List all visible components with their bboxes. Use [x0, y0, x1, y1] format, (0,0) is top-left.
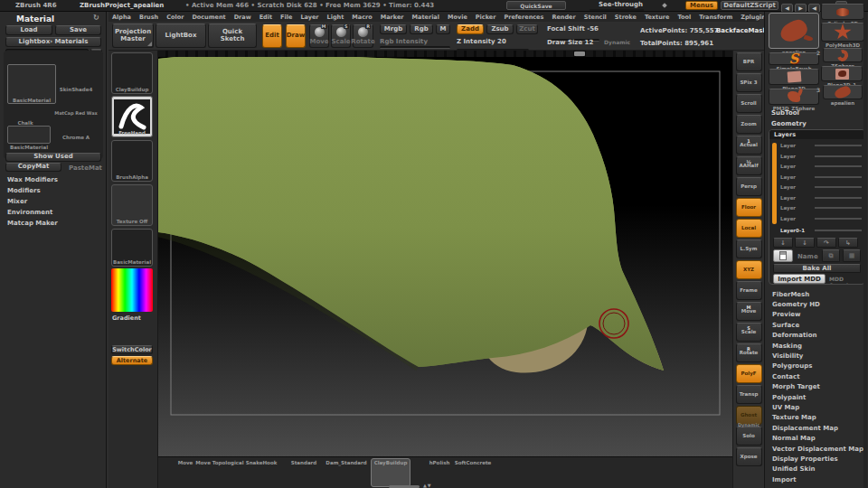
tool-section-header[interactable]: Preview [765, 310, 868, 320]
m-button[interactable]: M [436, 24, 450, 34]
scale-gizmo-icon[interactable]: S Scale [736, 323, 762, 342]
brush-slot[interactable]: Dam_Standard [326, 459, 366, 465]
dock-left-icon[interactable]: ◀ [781, 4, 793, 13]
menu-item[interactable]: Render [552, 14, 575, 21]
tool-section-header[interactable]: Texture Map [765, 413, 868, 423]
tool-section-header[interactable]: Vector Displacement Map [765, 444, 868, 454]
material-section-header[interactable]: Modifiers [0, 185, 107, 196]
menu-item[interactable]: Marker [381, 14, 404, 21]
current-alpha-tile[interactable]: BrushAlpha [111, 140, 153, 182]
tool-section-header[interactable]: UV Map [765, 402, 868, 412]
layer-arrow-button[interactable]: ↳ [838, 238, 858, 248]
scale-mode-button[interactable]: S Scale [331, 24, 351, 48]
menu-item[interactable]: Movie [448, 14, 467, 21]
tool-thumbnail[interactable]: PM3D_ZSphere [769, 89, 819, 111]
zsub-button[interactable]: Zsub [486, 24, 514, 34]
layer-row[interactable]: Layer [780, 194, 862, 203]
rotate-gizmo-icon[interactable]: R Rotate [736, 343, 762, 362]
menu-item[interactable]: Texture [645, 14, 670, 21]
material-refresh-icon[interactable]: ↻ [93, 14, 99, 22]
menu-item[interactable]: File [280, 14, 292, 21]
current-material-tile[interactable]: BasicMaterial [111, 229, 153, 267]
pastemat-button[interactable]: PasteMat [69, 164, 102, 172]
quick-sketch-button[interactable]: Quick Sketch [208, 23, 257, 48]
tool-section-header[interactable]: Display Properties [765, 454, 868, 464]
layer-row[interactable]: Layer [780, 153, 862, 162]
tool-thumbnail[interactable]: PolyMesh3D [821, 23, 864, 48]
layer-row[interactable]: Layer [780, 215, 862, 224]
polyframe-icon[interactable]: PolyF [736, 364, 762, 383]
canvas-scroll-thumb[interactable] [574, 52, 585, 56]
actual-size-icon[interactable]: 1 Actual [736, 136, 762, 155]
floor-grid-icon[interactable]: Floor [736, 198, 762, 217]
menu-item[interactable]: Light [327, 14, 344, 21]
brush-slot[interactable]: Move Topological [200, 459, 240, 465]
edit-mode-button[interactable]: Edit [262, 24, 282, 48]
rotate-mode-button[interactable]: R Rotate [353, 24, 373, 48]
quicksave-button[interactable]: QuickSave [506, 1, 566, 10]
frame-icon[interactable]: Frame [736, 281, 762, 300]
tool-section-header[interactable]: Morph Target [765, 382, 868, 392]
color-picker[interactable] [111, 268, 153, 312]
tool-section-header[interactable]: Masking [765, 341, 868, 351]
lightbox-button[interactable]: LightBox [156, 23, 206, 48]
rgb-button[interactable]: Rgb [410, 24, 433, 34]
layer-row[interactable]: Layer [780, 183, 862, 192]
menu-item[interactable]: Preferences [504, 14, 543, 21]
move-gizmo-icon[interactable]: M Move [736, 302, 762, 321]
current-texture-tile[interactable]: Texture Off [111, 184, 153, 226]
subtool-section[interactable]: SubTool [765, 109, 799, 117]
active-layer-row[interactable]: Layer0-1 [780, 227, 862, 236]
show-used-button[interactable]: Show Used [5, 153, 101, 162]
perspective-icon[interactable]: Persp [736, 177, 762, 196]
scroll-hand-icon[interactable]: Scroll [736, 94, 762, 113]
material-load-button[interactable]: Load [5, 25, 52, 35]
new-layer-button[interactable] [773, 249, 793, 262]
tool-thumbnail[interactable]: 3 apealien [823, 85, 863, 106]
layer-row[interactable]: Layer [780, 142, 862, 151]
layer-name-button[interactable]: Name [797, 253, 818, 260]
canvas-tick-strip[interactable] [158, 51, 732, 57]
bpr-render-icon[interactable]: BPR [736, 52, 762, 71]
menu-item[interactable]: Material [412, 14, 439, 21]
see-through-thumb[interactable] [662, 3, 667, 8]
menus-button[interactable]: Menus [685, 1, 718, 10]
tool-section-header[interactable]: Polypaint [765, 392, 868, 402]
viewport-canvas[interactable] [158, 57, 732, 456]
tool-section-header[interactable]: Geometry HD [765, 299, 868, 309]
dynamic-label[interactable]: Dynamic [604, 39, 630, 45]
geometry-section[interactable]: Geometry [765, 120, 807, 127]
tool-panel-scrollbar[interactable] [863, 12, 867, 488]
brush-slot[interactable]: Standard [284, 459, 324, 465]
current-stroke-tile[interactable]: FreeHand [111, 96, 153, 137]
tool-section-header[interactable]: Import [765, 474, 868, 484]
aahalf-icon[interactable]: ½ AAHalf [736, 156, 762, 175]
dock-right-icon[interactable]: ▶ [795, 4, 807, 13]
zadd-button[interactable]: Zadd [457, 24, 484, 34]
copymat-button[interactable]: CopyMat [5, 163, 61, 172]
tool-section-header[interactable]: Visibility [765, 351, 868, 361]
menu-item[interactable]: Zplugin [741, 14, 766, 21]
mrgb-button[interactable]: Mrgb [380, 24, 407, 34]
material-section-header[interactable]: Mixer [0, 196, 107, 207]
menu-item[interactable]: Draw [234, 14, 251, 21]
tray-scroll-arrows[interactable]: ▲▼ [423, 483, 432, 488]
material-basic2-tile[interactable] [7, 126, 51, 144]
tool-section-header[interactable]: Surface [765, 320, 868, 330]
menu-item[interactable]: Tool [677, 14, 691, 21]
material-section-header[interactable]: Matcap Maker [0, 218, 107, 229]
layer-row[interactable]: Layer [780, 204, 862, 213]
default-zscript-button[interactable]: DefaultZScript [721, 1, 778, 10]
menu-item[interactable]: Edit [259, 14, 272, 21]
layers-scrollbar[interactable] [772, 143, 777, 224]
layers-title[interactable]: Layers [769, 130, 864, 139]
menu-item[interactable]: Picker [476, 14, 496, 21]
tool-section-header[interactable]: Displacement Map [765, 423, 868, 433]
tool-section-header[interactable]: Deformation [765, 331, 868, 341]
tool-section-header[interactable]: Unified Skin [765, 465, 868, 474]
layer-duplicate-button[interactable]: ⧉ [822, 249, 840, 262]
brush-slot[interactable]: ClayBuildup [371, 458, 410, 487]
zoom-magnifier-icon[interactable]: Zoom [736, 115, 762, 134]
import-mdd-button[interactable]: Import MDD [773, 274, 826, 284]
zcut-button[interactable]: Zcut [516, 24, 538, 34]
